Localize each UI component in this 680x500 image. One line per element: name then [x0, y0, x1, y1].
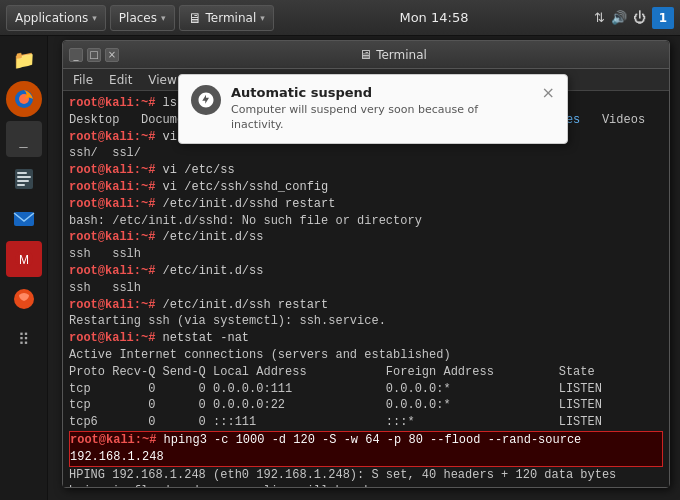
- sidebar-icon-browser[interactable]: [6, 81, 42, 117]
- notif-icon-container: [191, 85, 221, 115]
- svg-rect-6: [17, 184, 25, 186]
- sidebar-icon-grid[interactable]: ⠿: [6, 321, 42, 357]
- applications-label: Applications: [15, 11, 88, 25]
- terminal-taskbar-btn[interactable]: 🖥 Terminal ▾: [179, 5, 274, 31]
- menu-view[interactable]: View: [144, 73, 180, 87]
- svg-rect-3: [17, 172, 27, 174]
- terminal-chevron: ▾: [260, 13, 265, 23]
- terminal-line-22: hping in flood mode, no replies will be …: [69, 483, 663, 487]
- burp-icon: [12, 287, 36, 311]
- sidebar-icon-terminal[interactable]: _: [6, 121, 42, 157]
- terminal-line-12: ssh sslh: [69, 280, 663, 297]
- notif-content: Automatic suspend Computer will suspend …: [231, 85, 532, 133]
- text-editor-icon: [13, 168, 35, 190]
- terminal-line-highlight: root@kali:~# hping3 -c 1000 -d 120 -S -w…: [69, 431, 663, 467]
- terminal-line-11: root@kali:~# /etc/init.d/ss: [69, 263, 663, 280]
- terminal-line-9: root@kali:~# /etc/init.d/ss: [69, 229, 663, 246]
- terminal-title-area: 🖥 Terminal: [123, 47, 663, 62]
- mail-icon: [13, 208, 35, 230]
- sidebar: 📁 _ M: [0, 36, 48, 500]
- terminal-line-4: ssh/ ssl/: [69, 145, 663, 162]
- taskbar-center: Mon 14:58: [278, 10, 590, 25]
- firefox-icon: [13, 88, 35, 110]
- terminal-icon-title: 🖥: [359, 47, 372, 62]
- places-chevron: ▾: [161, 13, 166, 23]
- terminal-line-18: tcp 0 0 0.0.0.0:111 0.0.0.0:* LISTEN: [69, 381, 663, 398]
- sidebar-icon-editor[interactable]: [6, 161, 42, 197]
- terminal-line-20: tcp6 0 0 :::111 :::* LISTEN: [69, 414, 663, 431]
- applications-chevron: ▾: [92, 13, 97, 23]
- notif-title: Automatic suspend: [231, 85, 532, 100]
- terminal-line-10: ssh sslh: [69, 246, 663, 263]
- main-area: _ □ × 🖥 Terminal File Edit View root@kal…: [48, 36, 680, 500]
- notif-close-button[interactable]: ×: [542, 85, 555, 101]
- terminal-line-16: Active Internet connections (servers and…: [69, 347, 663, 364]
- close-button[interactable]: ×: [105, 48, 119, 62]
- terminal-line-21: HPING 192.168.1.248 (eth0 192.168.1.248)…: [69, 467, 663, 484]
- menu-file[interactable]: File: [69, 73, 97, 87]
- workspace-indicator[interactable]: 1: [652, 7, 674, 29]
- network-icon: ⇅: [594, 10, 605, 25]
- svg-rect-5: [17, 180, 29, 182]
- terminal-line-5: root@kali:~# vi /etc/ss: [69, 162, 663, 179]
- svg-rect-4: [17, 176, 31, 178]
- taskbar-right: ⇅ 🔊 ⏻ 1: [594, 7, 674, 29]
- terminal-line-6: root@kali:~# vi /etc/ssh/sshd_config: [69, 179, 663, 196]
- taskbar: Applications ▾ Places ▾ 🖥 Terminal ▾ Mon…: [0, 0, 680, 36]
- terminal-icon-small: 🖥: [188, 10, 202, 26]
- terminal-line-13: root@kali:~# /etc/init.d/ssh restart: [69, 297, 663, 314]
- clock: Mon 14:58: [399, 10, 468, 25]
- terminal-line-14: Restarting ssh (via systemctl): ssh.serv…: [69, 313, 663, 330]
- terminal-line-8: bash: /etc/init.d/sshd: No such file or …: [69, 213, 663, 230]
- places-label: Places: [119, 11, 157, 25]
- applications-menu[interactable]: Applications ▾: [6, 5, 106, 31]
- suspend-notification: Automatic suspend Computer will suspend …: [178, 74, 568, 144]
- suspend-icon: [197, 91, 215, 109]
- sidebar-icon-files[interactable]: 📁: [6, 41, 42, 77]
- menu-edit[interactable]: Edit: [105, 73, 136, 87]
- places-menu[interactable]: Places ▾: [110, 5, 175, 31]
- sidebar-icon-burp[interactable]: [6, 281, 42, 317]
- terminal-label: Terminal: [206, 11, 257, 25]
- terminal-line-17: Proto Recv-Q Send-Q Local Address Foreig…: [69, 364, 663, 381]
- terminal-body[interactable]: root@kali:~# ls Desktop Documents Downlo…: [63, 91, 669, 487]
- terminal-title-text: Terminal: [376, 48, 427, 62]
- terminal-line-7: root@kali:~# /etc/init.d/sshd restart: [69, 196, 663, 213]
- workspace-number: 1: [659, 11, 667, 25]
- notif-body: Computer will suspend very soon because …: [231, 102, 532, 133]
- maximize-button[interactable]: □: [87, 48, 101, 62]
- volume-icon: 🔊: [611, 10, 627, 25]
- terminal-titlebar: _ □ × 🖥 Terminal: [63, 41, 669, 69]
- svg-text:M: M: [19, 253, 29, 267]
- terminal-line-19: tcp 0 0 0.0.0.0:22 0.0.0.0:* LISTEN: [69, 397, 663, 414]
- svg-rect-7: [14, 212, 34, 226]
- sidebar-icon-mail[interactable]: [6, 201, 42, 237]
- power-icon: ⏻: [633, 10, 646, 25]
- metasploit-icon: M: [13, 248, 35, 270]
- terminal-line-15: root@kali:~# netstat -nat: [69, 330, 663, 347]
- minimize-button[interactable]: _: [69, 48, 83, 62]
- sidebar-icon-metasploit[interactable]: M: [6, 241, 42, 277]
